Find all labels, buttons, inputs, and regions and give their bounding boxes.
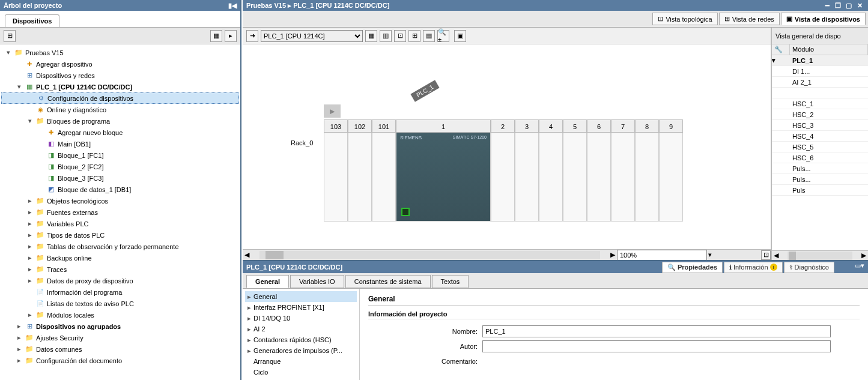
- props-nav-item[interactable]: ▸Interfaz PROFINET [X1]: [245, 302, 357, 313]
- overview-row[interactable]: HSC_5: [772, 142, 868, 152]
- canvas-corner-icon[interactable]: ⊡: [761, 250, 771, 260]
- tree-item[interactable]: ▸Traces: [1, 264, 239, 275]
- overview-row[interactable]: Puls: [772, 185, 868, 196]
- slot-header[interactable]: 101: [372, 119, 396, 133]
- props-nav-item[interactable]: ▸AI 2: [245, 324, 357, 334]
- tree-item[interactable]: Dispositivos y redes: [1, 70, 239, 81]
- tree-item[interactable]: ▸Datos comunes: [1, 343, 239, 355]
- props-nav-item[interactable]: Arranque: [245, 356, 357, 367]
- expander-icon[interactable]: ▸: [26, 197, 34, 205]
- slot-header[interactable]: 3: [515, 119, 539, 133]
- expander-icon[interactable]: ▸: [26, 231, 34, 239]
- dt-btn-2[interactable]: ▦: [365, 30, 377, 42]
- scroll-right-icon[interactable]: ▶: [609, 251, 617, 259]
- overview-row[interactable]: [772, 88, 868, 98]
- expander-icon[interactable]: ▸: [26, 243, 34, 250]
- rack-canvas[interactable]: PLC_1 ▶ Rack_0 103102101123456789 SIEMEN…: [243, 44, 771, 249]
- project-tree[interactable]: ▾Pruebas V15Agregar dispositivoDispositi…: [0, 44, 240, 380]
- tab-properties[interactable]: 🔍 Propiedades: [662, 262, 723, 273]
- tree-item[interactable]: ▸Módulos locales: [1, 309, 239, 321]
- props-nav-item[interactable]: ▸General: [245, 291, 357, 302]
- slot[interactable]: [491, 133, 515, 222]
- slot-header[interactable]: 102: [348, 119, 372, 133]
- slot-header[interactable]: 4: [539, 119, 563, 133]
- slot-header[interactable]: 2: [491, 119, 515, 133]
- expander-icon[interactable]: ▾: [26, 117, 34, 125]
- overview-row[interactable]: Puls...: [772, 174, 868, 185]
- plc-module[interactable]: SIEMENSSIMATIC S7-1200: [396, 133, 491, 222]
- expander-icon[interactable]: ▸: [16, 322, 23, 330]
- tree-item[interactable]: ▸Backups online: [1, 252, 239, 264]
- props-collapse-icon[interactable]: ▭▾: [855, 262, 864, 273]
- zoom-dropdown-icon[interactable]: ▾: [707, 251, 713, 259]
- canvas-hscroll[interactable]: ◀ ▶ ▾ ⊡: [243, 249, 771, 260]
- ov-col-module[interactable]: Módulo: [790, 44, 868, 55]
- tree-item[interactable]: Bloque_1 [FC1]: [1, 149, 239, 161]
- tree-item[interactable]: Agregar dispositivo: [1, 58, 239, 70]
- minimize-icon[interactable]: ━: [822, 2, 832, 10]
- scroll-thumb[interactable]: [266, 251, 284, 259]
- expander-icon[interactable]: ▸: [26, 254, 34, 262]
- overview-row[interactable]: HSC_4: [772, 131, 868, 142]
- overview-row[interactable]: HSC_6: [772, 152, 868, 163]
- tree-item[interactable]: Agregar nuevo bloque: [1, 127, 239, 138]
- tree-item[interactable]: Configuración de dispositivos: [1, 92, 239, 104]
- rack-play-button[interactable]: ▶: [324, 104, 341, 118]
- expander-icon[interactable]: ▸: [16, 345, 23, 353]
- dt-btn-4[interactable]: ⊡: [394, 30, 406, 42]
- tree-item[interactable]: ▸Ajustes Security: [1, 332, 239, 343]
- tree-item[interactable]: ▸Fuentes externas: [1, 207, 239, 218]
- name-field[interactable]: [482, 325, 831, 337]
- tree-item[interactable]: ▸Tipos de datos PLC: [1, 229, 239, 241]
- slot[interactable]: [372, 133, 396, 222]
- tree-item[interactable]: Bloque_2 [FC2]: [1, 161, 239, 172]
- tree-item[interactable]: Online y diagnóstico: [1, 104, 239, 115]
- slot[interactable]: [587, 133, 611, 222]
- slot[interactable]: [348, 133, 372, 222]
- props-nav-item[interactable]: ▸Generadores de impulsos (P...: [245, 345, 357, 356]
- collapse-left-icon[interactable]: ▮◀: [228, 2, 237, 10]
- props-nav[interactable]: ▸General▸Interfaz PROFINET [X1]▸DI 14/DQ…: [243, 289, 360, 380]
- scroll-left-icon[interactable]: ◀: [243, 251, 251, 259]
- tree-item[interactable]: Bloque_3 [FC3]: [1, 172, 239, 184]
- zoom-selector[interactable]: [617, 250, 707, 261]
- slot-header[interactable]: 5: [563, 119, 587, 133]
- tb-btn-3[interactable]: ▸: [225, 30, 237, 42]
- slot[interactable]: [539, 133, 563, 222]
- tree-item[interactable]: ▸Variables PLC: [1, 218, 239, 229]
- slot[interactable]: [635, 133, 659, 222]
- dt-btn-1[interactable]: ➜: [246, 30, 258, 42]
- ov-col-icon[interactable]: 🔧: [772, 44, 790, 55]
- slot[interactable]: [515, 133, 539, 222]
- props-subtab[interactable]: Textos: [432, 275, 469, 288]
- slot-header[interactable]: 6: [587, 119, 611, 133]
- slot[interactable]: [563, 133, 587, 222]
- overview-list[interactable]: ▾PLC_1DI 1...AI 2_1HSC_1HSC_2HSC_3HSC_4H…: [772, 55, 868, 250]
- tree-item[interactable]: ▸Tablas de observación y forzado permane…: [1, 241, 239, 252]
- tree-item[interactable]: Main [OB1]: [1, 138, 239, 149]
- overview-row[interactable]: Puls...: [772, 163, 868, 174]
- dt-btn-3[interactable]: ▥: [380, 30, 392, 42]
- tree-item[interactable]: Bloque de datos_1 [DB1]: [1, 184, 239, 195]
- author-field[interactable]: [482, 340, 831, 352]
- tab-topology-view[interactable]: ⊡ Vista topológica: [652, 13, 717, 25]
- tab-network-view[interactable]: ⊞ Vista de redes: [719, 13, 780, 25]
- expander-icon[interactable]: ▸: [26, 311, 34, 319]
- expander-icon[interactable]: ▸: [26, 265, 34, 273]
- overview-row[interactable]: HSC_1: [772, 98, 868, 109]
- dt-btn-5[interactable]: ⊞: [408, 30, 420, 42]
- props-subtab[interactable]: Constantes de sistema: [345, 275, 431, 288]
- tab-devices[interactable]: Dispositivos: [5, 14, 59, 27]
- dt-btn-right[interactable]: ▣: [454, 30, 466, 42]
- tb-btn-2[interactable]: ▦: [210, 30, 222, 42]
- slot[interactable]: [659, 133, 683, 222]
- ethernet-port-icon[interactable]: [401, 208, 410, 216]
- expander-icon[interactable]: ▾: [5, 49, 12, 56]
- tab-device-view[interactable]: ▣ Vista de dispositivos: [781, 13, 866, 25]
- overview-row[interactable]: AI 2_1: [772, 77, 868, 88]
- dt-btn-6[interactable]: ▤: [423, 30, 435, 42]
- expander-icon[interactable]: ▸: [16, 334, 23, 342]
- slot-header[interactable]: 8: [635, 119, 659, 133]
- maximize-icon[interactable]: ▢: [844, 2, 854, 10]
- props-nav-item[interactable]: Ciclo: [245, 367, 357, 378]
